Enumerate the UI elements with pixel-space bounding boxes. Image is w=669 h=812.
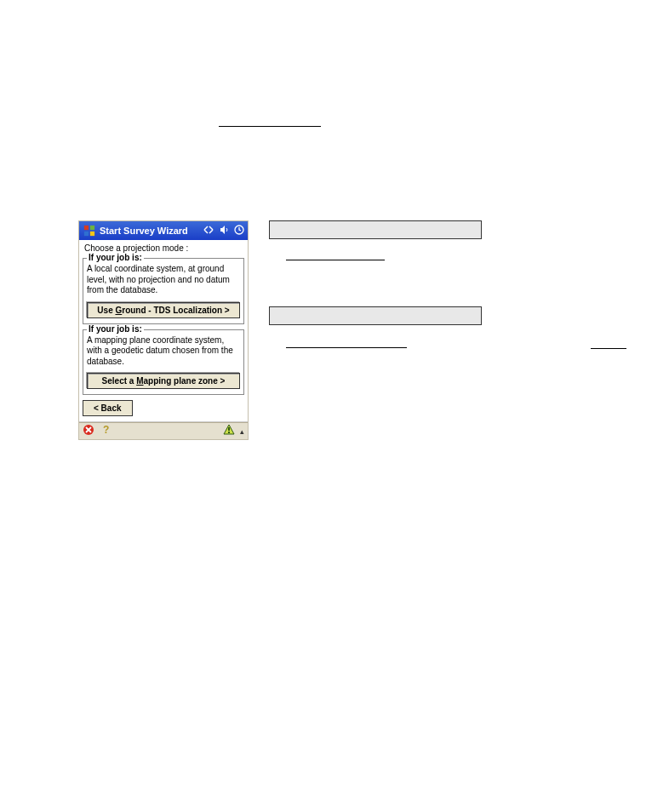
- connectivity-icon[interactable]: [203, 225, 214, 237]
- group-local-desc: A local coordinate system, at ground lev…: [87, 264, 240, 296]
- use-ground-localization-button[interactable]: Use Ground - TDS Localization >: [87, 302, 240, 318]
- up-arrow-icon[interactable]: ▴: [240, 427, 244, 436]
- clock-icon[interactable]: [234, 225, 244, 237]
- annotation-box-2: [269, 306, 482, 325]
- side-annotations: [269, 220, 482, 348]
- svg-rect-1: [90, 226, 94, 230]
- select-mapping-plane-zone-button[interactable]: Select a Mapping plane zone >: [87, 373, 240, 389]
- btn2-prefix: Select a: [102, 376, 137, 386]
- annotation-line-3: [591, 348, 626, 349]
- back-row: < Back: [83, 400, 244, 420]
- annotation-line-1: [286, 260, 385, 260]
- svg-text:?: ?: [103, 424, 109, 436]
- help-icon[interactable]: ?: [100, 424, 112, 439]
- status-bar: ? ▴: [79, 422, 248, 439]
- group-local-coord: If your job is: A local coordinate syste…: [83, 258, 244, 324]
- wizard-body: Choose a projection mode : If your job i…: [79, 240, 248, 422]
- btn2-ul: M: [136, 376, 143, 386]
- annotation-line-2: [286, 347, 407, 348]
- svg-rect-7: [228, 427, 230, 431]
- group-mapping-desc: A mapping plane coordinate system, with …: [87, 335, 240, 368]
- svg-rect-2: [84, 232, 89, 236]
- btn2-suffix: apping plane zone >: [144, 376, 226, 386]
- svg-rect-3: [90, 232, 94, 236]
- heading-underline: [219, 126, 321, 127]
- group-mapping-plane: If your job is: A mapping plane coordina…: [83, 329, 244, 396]
- back-button[interactable]: < Back: [83, 400, 133, 416]
- annotation-box-1: [269, 220, 482, 239]
- btn1-prefix: Use: [97, 306, 115, 315]
- speaker-icon[interactable]: [219, 225, 229, 237]
- window-title: Start Survey Wizard: [100, 226, 203, 236]
- title-bar-icons: [203, 225, 244, 237]
- close-icon[interactable]: [83, 424, 94, 439]
- title-bar: Start Survey Wizard: [79, 221, 248, 240]
- wizard-window: Start Survey Wizard Choose a projection …: [78, 220, 249, 440]
- warning-icon[interactable]: [223, 424, 235, 439]
- group-mapping-legend: If your job is:: [87, 324, 144, 334]
- btn1-suffix: round - TDS Localization >: [122, 306, 229, 315]
- svg-rect-0: [84, 226, 89, 230]
- svg-rect-8: [228, 432, 230, 433]
- windows-logo-icon: [83, 224, 96, 237]
- group-local-legend: If your job is:: [87, 253, 144, 262]
